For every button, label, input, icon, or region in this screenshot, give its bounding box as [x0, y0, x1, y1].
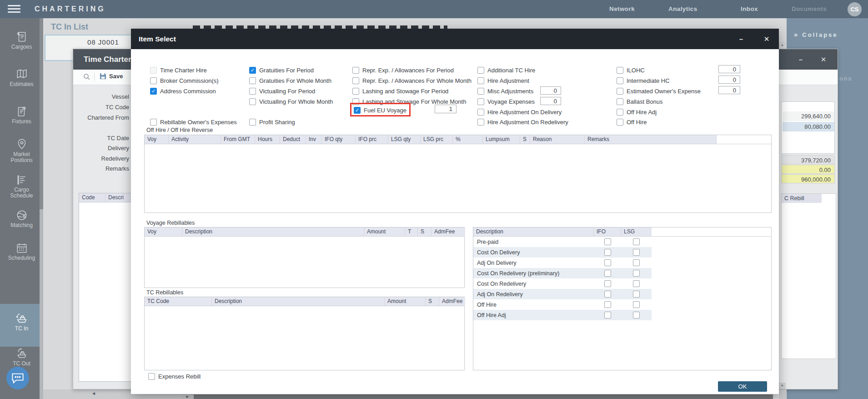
sidebar-item-tc-in[interactable]: TC In	[0, 304, 43, 347]
ifo-checkbox[interactable]	[604, 259, 611, 266]
misc-adjustments-input[interactable]	[540, 86, 561, 95]
col-amount: Amount	[385, 297, 426, 306]
nav-analytics[interactable]: Analytics	[668, 5, 697, 12]
scroll-up-icon[interactable]: ▲	[779, 42, 786, 48]
ifo-checkbox[interactable]	[604, 249, 611, 256]
window-hscrollbar[interactable]	[181, 394, 773, 399]
sidebar-item-fixtures[interactable]: Fixtures	[0, 106, 43, 125]
ifo-checkbox[interactable]	[604, 312, 611, 318]
intermediate-hc-input[interactable]	[718, 76, 740, 84]
minimize-icon[interactable]: –	[792, 49, 810, 70]
checkbox-time-charter-hire[interactable]: Time Charter Hire	[150, 66, 207, 74]
checkbox-repr-exp-allowances-for-whole-month[interactable]: Repr. Exp. / Allowances For Whole Month	[352, 76, 472, 85]
collapse-button[interactable]: »Collapse	[794, 30, 838, 38]
search-icon[interactable]	[83, 73, 90, 81]
sidebar-scrollbar-thumb[interactable]	[40, 18, 43, 209]
voyage-expenses-input[interactable]	[540, 97, 561, 105]
sidebar-item-cargo-schedule[interactable]: Cargo Schedule	[0, 174, 43, 199]
sidebar-item-cargoes[interactable]: Cargoes	[0, 31, 43, 50]
time-charter-title: Time Charter	[84, 55, 131, 64]
ilohc-input[interactable]	[718, 65, 740, 73]
ifo-checkbox[interactable]	[604, 301, 611, 308]
fuel-eu-voyage-input[interactable]	[435, 105, 457, 113]
checkbox-label: Off Hire Adj	[627, 109, 657, 116]
col-lumpsum: Lumpsum	[483, 135, 520, 144]
ifo-checkbox[interactable]	[604, 291, 611, 298]
checkbox-box	[477, 67, 484, 74]
minimize-icon[interactable]: –	[731, 29, 751, 49]
checkbox-rebillable-owners-expenses[interactable]: Rebillable Owner's Expenses	[150, 118, 237, 126]
sidebar-item-estimates[interactable]: Estimates	[0, 68, 43, 87]
checkbox-repr-exp-allowances-for-period[interactable]: Repr. Exp. / Allowances For Period	[352, 66, 454, 74]
sidebar-item-tc-out[interactable]: TC Out	[0, 348, 43, 367]
checkbox-label: Expenses Rebill	[158, 373, 201, 380]
checkbox-off-hire-adj[interactable]: Off Hire Adj	[617, 108, 657, 116]
checkbox-hire-adjustment-on-redelivery[interactable]: Hire Adjustment On Redelivery	[477, 118, 568, 126]
checkbox-voyage-expenses[interactable]: Voyage Expenses	[477, 97, 535, 106]
col-lsg-prc: LSG prc	[421, 135, 453, 144]
lsg-checkbox[interactable]	[633, 249, 640, 256]
close-icon[interactable]: ✕	[814, 49, 833, 70]
scroll-right-icon[interactable]: ▶	[181, 394, 194, 399]
lsg-checkbox[interactable]	[633, 270, 640, 277]
checkbox-off-hire[interactable]: Off Hire	[617, 118, 647, 126]
checkbox-victualling-for-whole-month[interactable]: Victualling For Whole Month	[249, 97, 333, 106]
checkbox-hire-adjustment-on-delivery[interactable]: Hire Adjustment On Delivery	[477, 108, 562, 116]
lsg-checkbox[interactable]	[633, 291, 640, 298]
checkbox-ballast-bonus[interactable]: Ballast Bonus	[617, 97, 663, 106]
lsg-checkbox[interactable]	[633, 259, 640, 266]
checkbox-gratuities-for-whole-month[interactable]: Gratuities For Whole Month	[249, 76, 331, 85]
ifo-checkbox[interactable]	[604, 238, 611, 245]
amount-cell: 80,080.00	[783, 122, 834, 131]
checkbox-intermediate-hc[interactable]: Intermediate HC	[617, 76, 670, 85]
checkbox-expenses-rebill[interactable]: Expenses Rebill	[148, 372, 201, 380]
lsg-checkbox[interactable]	[633, 301, 640, 308]
amount-cell-yellow[interactable]: 0.00	[781, 165, 835, 174]
amount-cell-yellow[interactable]: 960,000.00	[781, 174, 835, 183]
col-reason: Reason	[530, 135, 585, 144]
checkbox-box	[148, 373, 155, 380]
sidebar-item-market-positions[interactable]: Market Positions	[0, 138, 43, 163]
checkbox-box	[617, 88, 623, 95]
nav-documents[interactable]: Documents	[792, 5, 827, 12]
tc-rebill-header-clipped: C Rebill	[782, 194, 822, 203]
sidebar-item-label: Estimates	[0, 81, 43, 87]
checkbox-box	[249, 119, 256, 126]
checkbox-address-commission[interactable]: Address Commission	[150, 87, 216, 95]
checkbox-fuel-eu-voyage[interactable]: Fuel EU Voyage	[354, 106, 406, 114]
fuel-row-adj-on-redelivery: Adj On Redelivery	[473, 289, 652, 299]
scroll-down-icon[interactable]: ▼	[779, 383, 786, 389]
checkbox-additional-tc-hire[interactable]: Additional TC Hire	[477, 66, 535, 74]
checkbox-victualling-for-period[interactable]: Victualling For Period	[249, 87, 315, 95]
checkbox-lashing-and-stowage-for-period[interactable]: Lashing and Stowage For Period	[352, 87, 448, 95]
sidebar-item-scheduling[interactable]: Scheduling	[0, 242, 43, 261]
checkbox-ilohc[interactable]: ILOHC	[617, 66, 645, 74]
user-avatar[interactable]: CS	[848, 2, 862, 16]
checkbox-misc-adjustments[interactable]: Misc Adjustments	[477, 87, 533, 95]
fuel-row-cost-on-delivery: Cost On Delivery	[473, 247, 652, 258]
menu-icon[interactable]	[8, 5, 20, 13]
checkbox-gratuities-for-period[interactable]: Gratuities For Period	[249, 66, 314, 74]
nav-network[interactable]: Network	[609, 5, 635, 12]
sidebar-item-matching[interactable]: Matching	[0, 209, 43, 228]
ifo-checkbox[interactable]	[604, 280, 611, 287]
close-icon[interactable]: ✕	[757, 29, 777, 49]
checkbox-profit-sharing[interactable]: Profit Sharing	[249, 118, 295, 126]
nav-inbox[interactable]: Inbox	[741, 5, 758, 12]
amount-cell-total: 379,720.00	[781, 155, 835, 164]
checkbox-box	[249, 67, 256, 74]
checkbox-estimated-owners-expense[interactable]: Estimated Owner's Expense	[617, 87, 701, 95]
col-from-gmt: From GMT	[221, 135, 255, 144]
checkbox-hire-adjustment[interactable]: Hire Adjustment	[477, 76, 529, 85]
lsg-checkbox[interactable]	[633, 312, 640, 318]
chat-button[interactable]	[6, 367, 29, 389]
lsg-checkbox[interactable]	[633, 280, 640, 287]
save-button[interactable]: Save	[100, 73, 123, 80]
checkbox-broker-commissions[interactable]: Broker Commission(s)	[150, 76, 219, 85]
estimated-owners-expense-input[interactable]	[718, 86, 740, 94]
ok-button[interactable]: OK	[718, 381, 767, 392]
lsg-checkbox[interactable]	[633, 238, 640, 245]
save-label: Save	[109, 73, 123, 80]
scroll-left-icon[interactable]: ◄	[91, 391, 96, 396]
ifo-checkbox[interactable]	[604, 270, 611, 277]
